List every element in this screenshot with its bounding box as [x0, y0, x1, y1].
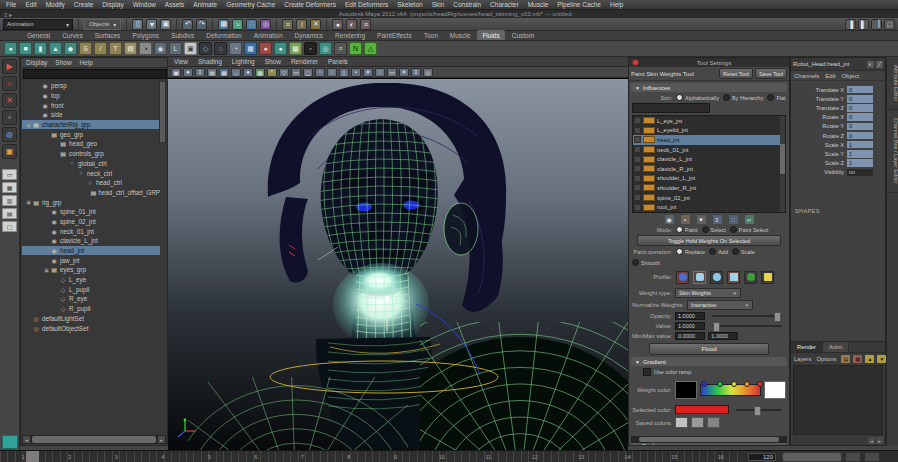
brush-profile-icon[interactable] [676, 271, 689, 284]
layout-shortcut-icon[interactable]: ▭ [2, 169, 17, 180]
influence-row[interactable]: L_eye_jnt [633, 116, 785, 126]
time-slider-ticks[interactable]: 12345678910111213141516 [0, 451, 744, 462]
menu-item[interactable]: Animate [193, 1, 217, 8]
viewport-toolbar-icon[interactable]: □ [327, 68, 337, 77]
shelf-tab[interactable]: Subdivs [166, 30, 199, 40]
layer-editor-tab[interactable]: Anim [823, 342, 849, 352]
influence-tool-icon[interactable]: ▼ [697, 215, 706, 224]
snap-icon[interactable]: ▦ [218, 19, 229, 30]
viewport-toolbar-icon[interactable]: ▩ [255, 68, 265, 77]
tool-icon[interactable]: + [2, 110, 17, 125]
outliner-menu-item[interactable]: Display [26, 59, 47, 66]
shelf-icon[interactable]: ▪ [304, 42, 317, 55]
selected-color-slider[interactable] [736, 409, 782, 411]
tool-icon[interactable]: ◍ [2, 127, 17, 142]
playback-button[interactable] [864, 452, 880, 462]
reset-tool-button[interactable]: Reset Tool [719, 68, 753, 79]
layout-shortcut-icon[interactable]: ▦ [2, 182, 17, 193]
layout-shortcut-icon[interactable]: ▤ [2, 208, 17, 219]
viewport-toolbar-icon[interactable]: ▣ [171, 68, 181, 77]
brush-profile-icon[interactable] [744, 271, 757, 284]
sidebar-vertical-tab[interactable]: Attribute Editor [887, 57, 898, 110]
outliner-row[interactable]: ◉ jaw_jnt [22, 255, 160, 265]
render-icon[interactable]: ◐ [346, 19, 357, 30]
scroll-right-icon[interactable]: ▸ [876, 437, 883, 444]
scroll-left-icon[interactable]: ◂ [868, 437, 875, 444]
menu-item[interactable]: Help [610, 1, 623, 8]
outliner-row[interactable]: ◇ R_eye [22, 294, 160, 304]
layer-action-icon[interactable]: ▤ [841, 355, 850, 363]
outliner-row[interactable]: ▣ ▤ eyes_grp [22, 265, 160, 275]
range-slider[interactable] [782, 452, 842, 462]
menu-item[interactable]: Character [490, 1, 519, 8]
selection-mask-dropdown[interactable]: Objects▾ [84, 19, 121, 30]
brush-profile-icon[interactable] [727, 271, 740, 284]
playback-button[interactable] [845, 452, 861, 462]
shelf-icon[interactable]: L [169, 42, 182, 55]
influence-tool-icon[interactable]: ▪ [681, 215, 690, 224]
ramp-stop-handle[interactable] [701, 381, 707, 387]
layout-outliner-persp-icon[interactable] [2, 435, 18, 449]
mode-radio[interactable]: Paint [676, 226, 698, 233]
viewport-toolbar-icon[interactable]: # [363, 68, 373, 77]
outliner-vertical-scrollbar[interactable] [159, 81, 166, 143]
layer-list[interactable] [793, 365, 883, 435]
tool-icon[interactable]: ▣ [2, 144, 17, 159]
shelf-icon[interactable]: N [349, 42, 362, 55]
channel-value-field[interactable]: 1 [847, 141, 873, 149]
ramp-stop-handle[interactable] [744, 381, 750, 387]
outliner-row[interactable]: ▤ head_ctrl_offset_GRP [22, 188, 160, 198]
saved-color-swatch[interactable] [691, 417, 704, 428]
sidebar-toggle-icon[interactable]: ▕ [871, 19, 882, 30]
viewport-toolbar-icon[interactable]: ▯ [339, 68, 349, 77]
influence-row[interactable]: clavicle_R_jnt [633, 164, 785, 174]
normalize-weights-dropdown[interactable]: Interactive▼ [687, 300, 753, 310]
channel-row[interactable]: Translate X 0 [791, 85, 885, 94]
status-icon[interactable]: ▣ [160, 19, 171, 30]
viewport-toolbar-icon[interactable]: □ [375, 68, 385, 77]
shelf-tab[interactable]: Animation [249, 30, 288, 40]
outliner-row[interactable]: ◇ L_eye [22, 275, 160, 285]
channel-value-field[interactable]: on [847, 169, 873, 177]
use-color-ramp-checkbox[interactable] [643, 368, 651, 376]
window-controls-icon[interactable]: ≡ ▸ [4, 11, 12, 18]
viewport-canvas[interactable] [168, 79, 628, 450]
ramp-stop-handle[interactable] [717, 381, 723, 387]
influence-filter-field[interactable] [632, 103, 710, 113]
shelf-icon[interactable]: ◆ [64, 42, 77, 55]
influence-row[interactable]: root_jnt [633, 202, 785, 212]
mode-radio[interactable]: Select [702, 226, 726, 233]
expand-toggle-icon[interactable]: ▣ [25, 199, 32, 205]
channel-box-menu-item[interactable]: Channels [794, 73, 819, 79]
channel-row[interactable]: Rotate Z 0 [791, 131, 885, 140]
viewport-menu-item[interactable]: Show [265, 58, 281, 65]
hold-toggle-icon[interactable] [634, 184, 641, 191]
layer-action-icon[interactable]: ▦ [853, 355, 862, 363]
menu-item[interactable]: Pipeline Cache [557, 1, 601, 8]
shelf-icon[interactable]: ≡ [334, 42, 347, 55]
weight-type-dropdown[interactable]: Skin Weights▼ [675, 288, 741, 298]
status-icon[interactable]: ↷ [196, 19, 207, 30]
shelf-tab[interactable]: Curves [57, 30, 88, 40]
layout-shortcut-icon[interactable]: ▢ [2, 221, 17, 232]
viewport-menu-item[interactable]: Shading [198, 58, 222, 65]
channel-row[interactable]: Translate Z 0 [791, 103, 885, 112]
viewport-toolbar-icon[interactable]: ◇ [231, 68, 241, 77]
channel-value-field[interactable]: 0 [847, 104, 873, 112]
brush-profile-icon[interactable] [710, 271, 723, 284]
influence-row[interactable]: L_eyelid_jnt [633, 126, 785, 136]
viewport-toolbar-icon[interactable]: ▦ [219, 68, 229, 77]
channel-value-field[interactable]: 1 [847, 159, 873, 167]
hold-toggle-icon[interactable] [634, 136, 641, 143]
sort-radio[interactable]: By Hierarchy [723, 94, 763, 101]
influences-section-header[interactable]: ▼ Influences [631, 83, 787, 92]
scroll-right-icon[interactable]: ▸ [158, 436, 165, 443]
shelf-icon[interactable]: ◇ [199, 42, 212, 55]
weight-color-swatch[interactable] [675, 381, 697, 399]
influence-row[interactable]: shoulder_L_jnt [633, 174, 785, 184]
sort-radio[interactable]: Alphabetically [676, 94, 719, 101]
channel-row[interactable]: Rotate X 0 [791, 113, 885, 122]
color-ramp[interactable] [700, 384, 761, 396]
tool-icon[interactable]: ▶ [2, 59, 17, 74]
outliner-row[interactable]: ▤ controls_grp [22, 149, 160, 159]
